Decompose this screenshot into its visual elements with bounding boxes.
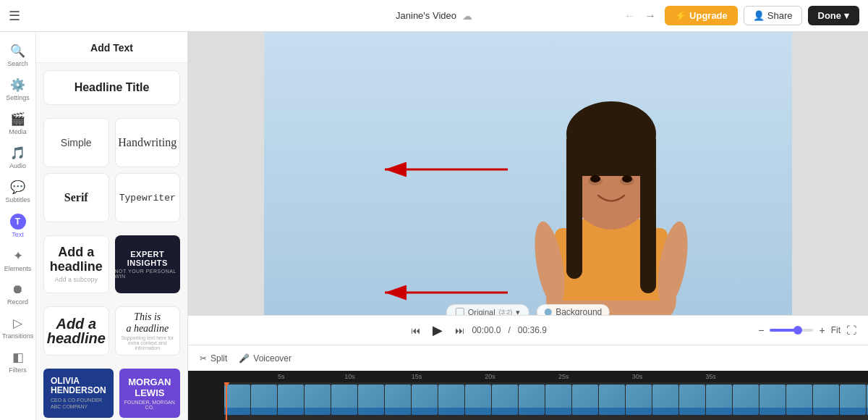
sidebar-label-filters: Filters bbox=[9, 366, 27, 374]
total-duration: 00:36.9 bbox=[518, 325, 547, 335]
bg-color-dot bbox=[545, 308, 552, 315]
share-button[interactable]: 👤 Share bbox=[744, 6, 802, 25]
timeline-frame bbox=[519, 385, 545, 415]
split-button[interactable]: ✂ Split bbox=[200, 353, 227, 364]
sidebar-item-audio[interactable]: 🎵 Audio bbox=[0, 140, 35, 174]
svg-rect-9 bbox=[640, 148, 656, 293]
headline-title-card[interactable]: Headline Title bbox=[43, 70, 180, 105]
filters-icon: ◧ bbox=[12, 350, 24, 365]
timeline-frame bbox=[438, 385, 464, 415]
search-icon: 🔍 bbox=[10, 43, 25, 59]
simple-label: Simple bbox=[61, 137, 92, 148]
play-button[interactable]: ▶ bbox=[427, 320, 448, 340]
video-controls-bar: ⏮ ▶ ⏭ 00:00.0 / 00:36.9 − + Fit ⛶ bbox=[188, 315, 868, 345]
svg-point-13 bbox=[622, 175, 632, 182]
video-container[interactable]: Original (3:2) ▾ Background bbox=[188, 32, 868, 315]
redo-button[interactable]: → bbox=[642, 8, 659, 24]
playhead-triangle bbox=[224, 382, 231, 387]
timeline-frame bbox=[652, 385, 678, 415]
cloud-save-icon: ☁ bbox=[462, 10, 472, 22]
zoom-slider[interactable] bbox=[770, 329, 813, 332]
headline-title-text: Headline Title bbox=[75, 81, 150, 94]
sidebar-item-elements[interactable]: ✦ Elements bbox=[0, 243, 35, 277]
morgan-lewis-card[interactable]: MORGAN LEWIS FOUNDER, MORGAN CO. bbox=[119, 369, 180, 418]
style-grid: Simple Handwriting Serif Typewriter bbox=[36, 111, 187, 222]
timeline-frame bbox=[706, 385, 732, 415]
sidebar-label-record: Record bbox=[7, 298, 28, 306]
timeline-track[interactable] bbox=[224, 382, 868, 420]
fit-label[interactable]: Fit bbox=[831, 325, 841, 335]
background-selector[interactable]: Background bbox=[537, 304, 610, 315]
marker-35s: 35s bbox=[705, 373, 716, 380]
marker-5s: 5s bbox=[278, 373, 285, 380]
video-canvas: Original (3:2) ▾ Background bbox=[264, 32, 792, 315]
timeline-frame bbox=[305, 385, 331, 415]
sidebar-label-search: Search bbox=[7, 60, 28, 67]
sidebar-item-subtitles[interactable]: 💬 Subtitles bbox=[0, 174, 35, 208]
sidebar-label-settings: Settings bbox=[6, 94, 30, 101]
handwriting-label: Handwriting bbox=[118, 136, 176, 149]
expert-insights-card[interactable]: EXPERTINSIGHTS NOT YOUR PERSONAL WIN bbox=[115, 235, 181, 293]
person-overlay bbox=[517, 54, 705, 316]
marker-25s: 25s bbox=[558, 373, 569, 380]
playhead bbox=[226, 382, 227, 420]
skip-back-button[interactable]: ⏮ bbox=[411, 325, 420, 336]
timeline[interactable]: 5s 10s 15s 20s 25s 30s 35s bbox=[188, 371, 868, 420]
sidebar-item-transitions[interactable]: ▷ Transitions bbox=[0, 310, 35, 344]
serif-label: Serif bbox=[64, 191, 88, 204]
sidebar-item-settings[interactable]: ⚙️ Settings bbox=[0, 72, 35, 106]
style-typewriter[interactable]: Typewriter bbox=[115, 173, 181, 222]
timeline-frame bbox=[760, 385, 786, 415]
template-grid-3: OLIVIAHENDERSON CEO & CO-FOUNDERABC COMP… bbox=[36, 361, 187, 420]
style-serif[interactable]: Serif bbox=[43, 173, 109, 222]
zoom-out-button[interactable]: − bbox=[758, 324, 764, 336]
typewriter-label: Typewriter bbox=[119, 193, 176, 203]
timeline-frame bbox=[412, 385, 438, 415]
sidebar-label-media: Media bbox=[9, 128, 27, 135]
timeline-frame bbox=[626, 385, 652, 415]
headline-card-text: Add aheadline bbox=[50, 245, 103, 274]
olivia-card[interactable]: OLIVIAHENDERSON CEO & CO-FOUNDERABC COMP… bbox=[43, 369, 114, 418]
marker-15s: 15s bbox=[412, 373, 422, 380]
sidebar-label-transitions: Transitions bbox=[2, 332, 34, 340]
style-simple[interactable]: Simple bbox=[43, 118, 109, 167]
subcopy-text: Add a subcopy bbox=[54, 276, 98, 283]
sidebar-item-search[interactable]: 🔍 Search bbox=[0, 38, 35, 72]
upgrade-button[interactable]: ⚡ Upgrade bbox=[665, 6, 738, 25]
morgan-lewis-subtitle: FOUNDER, MORGAN CO. bbox=[124, 400, 176, 410]
skip-forward-button[interactable]: ⏭ bbox=[455, 325, 464, 336]
text-circle-icon: T bbox=[10, 214, 26, 230]
expert-subtitle: NOT YOUR PERSONAL WIN bbox=[115, 269, 181, 279]
original-selector[interactable]: Original (3:2) ▾ bbox=[446, 304, 529, 316]
add-headline-card[interactable]: Add aheadline Add a subcopy bbox=[43, 235, 109, 293]
share-icon: 👤 bbox=[753, 10, 765, 21]
zoom-in-button[interactable]: + bbox=[819, 324, 825, 336]
style-handwriting[interactable]: Handwriting bbox=[115, 118, 181, 167]
checkbox-icon bbox=[456, 308, 464, 315]
marker-30s: 30s bbox=[632, 373, 643, 380]
timeline-frame bbox=[331, 385, 357, 415]
timeline-markers: 5s 10s 15s 20s 25s 30s 35s bbox=[224, 371, 868, 382]
bold-italic-text: Add aheadline bbox=[47, 316, 106, 345]
panel-title: Add Text bbox=[36, 32, 187, 63]
sidebar-item-record[interactable]: ⏺ Record bbox=[0, 277, 35, 310]
timeline-frame bbox=[545, 385, 571, 415]
svg-point-12 bbox=[590, 175, 600, 182]
fullscreen-button[interactable]: ⛶ bbox=[846, 324, 856, 336]
sidebar-item-media[interactable]: 🎬 Media bbox=[0, 106, 35, 140]
menu-icon[interactable]: ☰ bbox=[9, 8, 20, 24]
sidebar-item-text[interactable]: T Text bbox=[0, 208, 35, 243]
undo-button[interactable]: ← bbox=[621, 8, 639, 24]
transitions-icon: ▷ bbox=[13, 316, 22, 331]
voiceover-button[interactable]: 🎤 Voiceover bbox=[239, 353, 292, 364]
bold-italic-card[interactable]: Add aheadline bbox=[43, 306, 109, 356]
script-headline-card[interactable]: This isa headline Supporting text here f… bbox=[115, 306, 181, 356]
sidebar-item-filters[interactable]: ◧ Filters bbox=[0, 344, 35, 378]
subtitles-icon: 💬 bbox=[10, 180, 25, 195]
timeline-frame bbox=[465, 385, 491, 415]
timeline-frames bbox=[224, 382, 868, 416]
current-time: 00:00.0 bbox=[472, 325, 501, 335]
marker-20s: 20s bbox=[485, 373, 495, 380]
chevron-down-icon: ▾ bbox=[844, 10, 849, 21]
done-button[interactable]: Done ▾ bbox=[808, 6, 860, 25]
